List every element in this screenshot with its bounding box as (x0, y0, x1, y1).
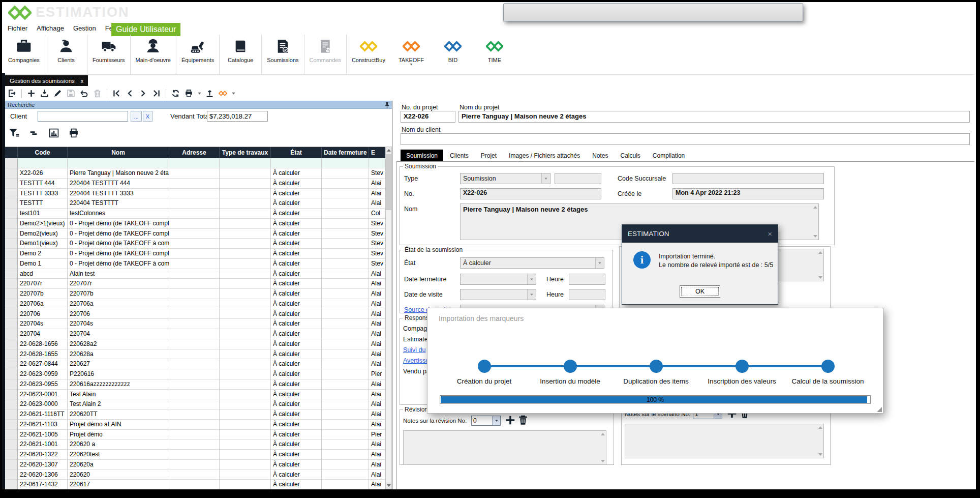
scroll-down-icon[interactable] (601, 460, 605, 462)
client-input[interactable] (38, 111, 128, 122)
scroll-up-icon[interactable] (818, 251, 822, 254)
table-row[interactable]: 22-0620-1306 220620 À calculer Alai (5, 470, 385, 480)
document-tab[interactable]: Gestion des soumissions x (5, 75, 88, 86)
heure-visite-field[interactable] (569, 289, 605, 300)
nav-next-icon[interactable] (138, 88, 148, 99)
row-selector[interactable] (5, 379, 18, 390)
upload-icon[interactable] (204, 88, 215, 99)
revision-number-combobox[interactable]: 0 (471, 416, 501, 426)
filter-cell[interactable] (369, 158, 385, 168)
save-icon[interactable] (66, 88, 76, 99)
diamonds-small-icon[interactable] (218, 88, 228, 99)
refresh-icon[interactable] (170, 88, 181, 99)
dialog-title-bar[interactable]: ESTIMATION × (622, 225, 778, 243)
project-name-value[interactable]: Pierre Tanguay | Maison neuve 2 étages (458, 111, 970, 123)
table-row[interactable]: 22-0623-0000 Test Alain 2 À calculer Ala… (5, 399, 385, 409)
project-no-value[interactable]: X22-026 (401, 111, 455, 123)
row-selector[interactable] (5, 219, 18, 229)
table-row[interactable]: 22-0620-1322 220620test À calculer Alai (5, 450, 385, 460)
filter-cell[interactable] (322, 158, 369, 168)
chart-icon[interactable] (48, 127, 60, 139)
table-row[interactable]: 22-0623-0959 P220616 À calculer Pier (5, 369, 385, 379)
close-icon[interactable]: x (81, 78, 84, 84)
grid-header-code[interactable]: Code (18, 147, 68, 158)
table-row[interactable]: TESTTT 220404 TESTTTT À calculer Alai (5, 198, 385, 209)
row-selector[interactable] (5, 289, 18, 299)
table-row[interactable]: 22-0617-1432 220617 À calculer Alai (5, 480, 385, 489)
row-selector[interactable] (5, 239, 18, 249)
scroll-down-icon[interactable] (813, 235, 817, 238)
vendant-total-value[interactable] (207, 111, 268, 122)
tab[interactable]: Projet (475, 150, 502, 162)
add-revision-icon[interactable] (505, 415, 516, 426)
tab[interactable]: Images / Fichiers attachés (503, 150, 586, 162)
row-selector[interactable] (5, 168, 18, 179)
tab[interactable]: Calculs (615, 150, 646, 162)
caret-down-icon[interactable] (492, 416, 500, 425)
row-selector[interactable] (5, 269, 18, 279)
toolbar-item[interactable]: TAKEOFF ▼ (390, 35, 432, 74)
row-selector[interactable] (5, 359, 18, 369)
row-selector[interactable] (5, 480, 18, 489)
code-succursale-field[interactable] (672, 173, 824, 184)
print-icon[interactable] (68, 127, 80, 139)
toolbar-item[interactable]: Catalogue (220, 35, 262, 74)
date-visite-dropdown[interactable] (460, 289, 536, 300)
table-row[interactable]: 220704s 220704s À calculer Alai (5, 319, 385, 329)
scroll-up-icon[interactable] (813, 206, 817, 209)
menu-item[interactable]: Gestion (69, 22, 101, 34)
row-selector[interactable] (5, 460, 18, 470)
caret-down-icon[interactable] (231, 88, 236, 99)
row-selector[interactable] (5, 420, 18, 430)
table-row[interactable]: 22-0623-0001 Test Alain À calculer Alai (5, 390, 385, 400)
toolbar-item[interactable]: Main-d'oeuvre (131, 35, 176, 74)
row-selector[interactable] (5, 470, 18, 480)
import-icon[interactable] (39, 88, 50, 99)
row-selector[interactable] (5, 309, 18, 319)
row-selector[interactable] (5, 299, 18, 309)
nav-prev-icon[interactable] (125, 88, 135, 99)
scenario-notes-textarea[interactable] (775, 249, 824, 281)
table-row[interactable]: 220707r 220707r À calculer Alai (5, 279, 385, 289)
scroll-up-icon[interactable] (818, 426, 822, 429)
row-selector[interactable] (5, 179, 18, 189)
table-row[interactable]: abcd Alain test À calculer Alai (5, 269, 385, 279)
scroll-up-icon[interactable] (601, 433, 605, 435)
delete-revision-icon[interactable] (517, 415, 529, 426)
toolbar-item[interactable]: Clients (45, 35, 87, 74)
filter-rows-icon[interactable] (28, 127, 40, 139)
tab[interactable]: Soumission (401, 150, 443, 162)
table-row[interactable]: 22-0621-1116TT 220620TT À calculer Alai (5, 409, 385, 420)
row-selector[interactable] (5, 198, 18, 209)
ok-button[interactable]: OK (680, 285, 720, 298)
toolbar-item[interactable]: Compagnies (3, 35, 45, 74)
table-row[interactable]: Demo 1 0 - Projet démo (de TAKEOFF à com… (5, 259, 385, 269)
grid-header-date[interactable]: Date fermeture (322, 147, 369, 158)
edit-pencil-icon[interactable] (52, 88, 63, 99)
nav-first-icon[interactable] (111, 88, 122, 99)
table-row[interactable]: 220706a 220706a À calculer Alai (5, 299, 385, 309)
row-selector[interactable] (5, 249, 18, 259)
floating-window-titlebar[interactable] (503, 3, 803, 21)
table-row[interactable]: X22-026 Pierre Tanguay | Maison neuve 2 … (5, 168, 385, 179)
resize-grip[interactable] (877, 407, 882, 412)
filter-cell[interactable] (271, 158, 322, 168)
filter-cell[interactable] (169, 158, 220, 168)
row-selector[interactable] (5, 430, 18, 440)
table-row[interactable]: Demo2>1(vieux) 0 - Projet démo (de TAKEO… (5, 219, 385, 229)
toolbar-item[interactable]: BID (432, 35, 474, 74)
undo-icon[interactable] (79, 88, 89, 99)
add-icon[interactable] (26, 88, 37, 99)
table-row[interactable]: 22-0628-1656 220628a2 À calculer Alai (5, 339, 385, 349)
revision-notes-textarea[interactable] (403, 430, 606, 465)
grid-header-nom[interactable]: Nom (68, 147, 169, 158)
tab[interactable]: Compilation (647, 150, 690, 162)
heure-fermeture-field[interactable] (569, 274, 605, 285)
table-row[interactable]: 22-0623-0955 220616azzzzzzzzzzzz À calcu… (5, 379, 385, 390)
client-browse-button[interactable]: ... (131, 111, 142, 122)
filter-funnel-icon[interactable] (8, 127, 20, 139)
row-selector[interactable] (5, 259, 18, 269)
caret-down-icon[interactable] (527, 274, 536, 284)
tab[interactable]: Notes (587, 150, 614, 162)
table-row[interactable]: 220707b 220707b À calculer Alai (5, 289, 385, 299)
